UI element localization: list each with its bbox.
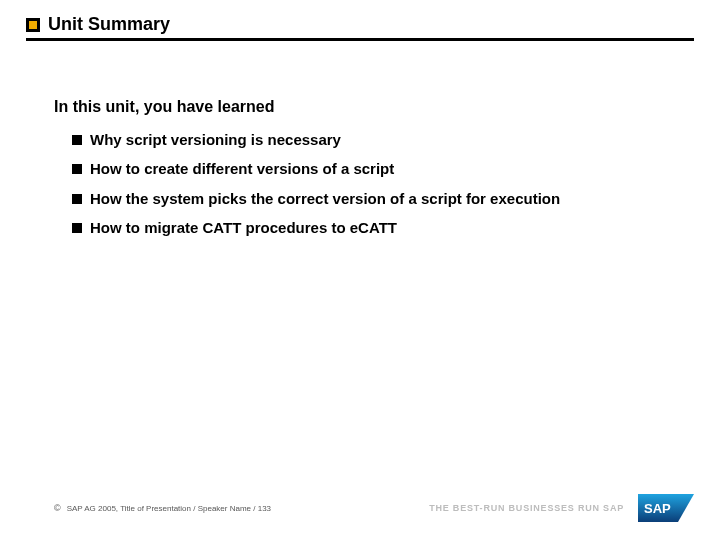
sap-logo-icon: SAP — [638, 494, 694, 522]
list-item: How to create different versions of a sc… — [72, 159, 680, 179]
list-item: How to migrate CATT procedures to eCATT — [72, 218, 680, 238]
slide-title: Unit Summary — [48, 14, 170, 35]
copyright-icon: © — [54, 503, 61, 513]
title-bullet-icon — [26, 18, 40, 32]
copyright-text: SAP AG 2005, Title of Presentation / Spe… — [67, 504, 271, 513]
intro-text: In this unit, you have learned — [54, 98, 680, 116]
list-item: Why script versioning is necessary — [72, 130, 680, 150]
copyright: © SAP AG 2005, Title of Presentation / S… — [54, 503, 271, 513]
title-underline — [26, 38, 694, 41]
list-item: How the system picks the correct version… — [72, 189, 680, 209]
tagline: THE BEST-RUN BUSINESSES RUN SAP — [429, 503, 624, 513]
svg-text:SAP: SAP — [644, 501, 671, 516]
